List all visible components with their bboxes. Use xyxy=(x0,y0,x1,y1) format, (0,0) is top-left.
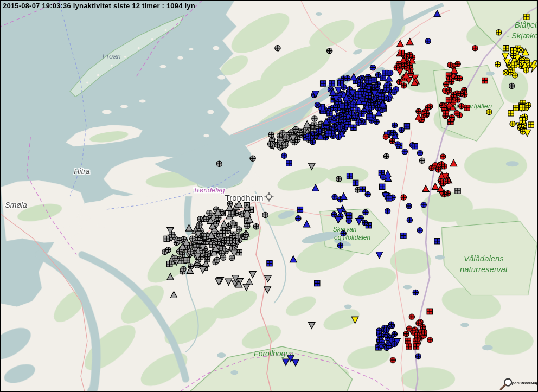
lightning-marker xyxy=(464,105,470,111)
lightning-marker xyxy=(510,53,516,59)
lightning-marker xyxy=(528,122,534,127)
lightning-marker xyxy=(518,47,523,53)
lightning-marker xyxy=(406,326,412,331)
map-label: Blåfjella xyxy=(515,20,537,29)
lightning-marker xyxy=(345,122,351,127)
lightning-marker xyxy=(388,322,394,327)
lightning-marker xyxy=(386,343,392,348)
lightning-marker xyxy=(386,97,392,102)
lightning-marker xyxy=(337,243,343,248)
lightning-marker xyxy=(406,344,412,349)
lightning-marker xyxy=(277,137,283,143)
lightning-marker xyxy=(395,142,400,147)
lightning-marker xyxy=(172,255,177,261)
lightning-marker xyxy=(402,149,407,155)
lightning-marker xyxy=(368,100,374,105)
lightning-marker xyxy=(225,228,230,233)
lightning-marker xyxy=(188,249,193,254)
lightning-marker xyxy=(347,173,352,179)
lightning-marker xyxy=(295,137,300,142)
lightning-marker xyxy=(412,143,418,149)
lightning-marker xyxy=(377,337,382,343)
lightning-marker xyxy=(390,357,395,363)
lightning-marker xyxy=(406,203,412,209)
lightning-marker xyxy=(380,184,385,189)
lightning-marker xyxy=(421,329,427,335)
lightning-marker xyxy=(165,247,171,253)
lightning-marker xyxy=(267,260,272,266)
lightning-marker xyxy=(228,211,234,217)
lightning-marker xyxy=(404,331,409,337)
map-canvas[interactable]: FroanHitraSmølaTrondheimTrøndelagSkarvan… xyxy=(1,1,537,391)
lightning-marker xyxy=(204,254,210,260)
lightning-marker xyxy=(227,238,232,243)
lightning-marker xyxy=(401,83,407,88)
lightning-marker xyxy=(495,61,501,67)
lightning-marker xyxy=(390,130,396,135)
lightning-marker xyxy=(383,134,388,139)
lightning-marker xyxy=(332,194,337,200)
lightning-marker xyxy=(267,141,273,146)
lightning-marker xyxy=(341,113,347,119)
map-title: 2015-08-07 19:03:36 lynaktivitet siste 1… xyxy=(3,2,195,10)
lightning-marker xyxy=(374,119,379,125)
lightning-marker xyxy=(392,341,397,346)
lightning-marker xyxy=(283,143,288,148)
lightning-marker xyxy=(416,108,421,114)
lightning-marker xyxy=(286,160,292,166)
map-label: Hitra xyxy=(74,167,90,176)
lightning-marker xyxy=(421,202,426,208)
lightning-marker xyxy=(394,65,399,70)
lightning-marker xyxy=(454,75,460,81)
map-label: Trøndelag xyxy=(193,186,225,194)
lightning-marker xyxy=(451,92,456,97)
lightning-marker xyxy=(383,327,389,332)
lightning-marker xyxy=(345,75,350,81)
lightning-marker xyxy=(164,236,169,241)
lightning-marker xyxy=(520,118,525,123)
lightning-marker xyxy=(486,109,492,114)
lightning-marker xyxy=(427,337,432,343)
lightning-marker xyxy=(281,153,287,158)
lightning-marker xyxy=(315,102,320,107)
lightning-marker xyxy=(331,105,336,110)
lightning-marker xyxy=(508,111,514,116)
lightning-marker xyxy=(444,81,449,87)
lightning-marker xyxy=(329,81,335,86)
lightning-marker xyxy=(321,81,326,86)
lightning-marker xyxy=(404,124,409,129)
lightning-marker xyxy=(414,332,420,338)
lightning-marker xyxy=(337,124,343,130)
lightning-marker xyxy=(296,216,301,221)
lightning-marker xyxy=(327,48,332,54)
lightning-marker xyxy=(221,237,227,243)
lightning-marker xyxy=(401,63,407,69)
lightning-marker xyxy=(458,91,463,96)
lightning-marker xyxy=(520,104,525,110)
lightning-marker xyxy=(207,210,212,216)
lightning-marker xyxy=(407,63,412,68)
lightning-marker xyxy=(523,67,529,73)
lightning-marker xyxy=(370,65,375,70)
lightning-marker xyxy=(503,70,508,75)
lightning-marker xyxy=(215,239,220,245)
lightning-marker xyxy=(347,213,352,218)
map-label: og Roltdalen xyxy=(334,234,370,241)
lightning-marker xyxy=(496,30,502,35)
lightning-marker xyxy=(366,78,372,83)
lightning-marker xyxy=(379,94,384,99)
lightning-marker xyxy=(365,191,370,197)
lightning-marker xyxy=(357,80,363,85)
lightning-marker xyxy=(356,92,361,97)
lightning-marker xyxy=(356,120,361,125)
lightning-marker xyxy=(399,127,404,133)
lightning-marker xyxy=(351,125,356,130)
lightning-marker xyxy=(355,107,360,113)
lightning-marker xyxy=(233,238,238,243)
lightning-marker xyxy=(243,232,248,237)
lightning-marker xyxy=(387,70,393,75)
lightning-marker xyxy=(441,105,446,110)
lightning-marker xyxy=(337,80,343,86)
lightning-marker xyxy=(440,181,446,186)
lightning-marker xyxy=(447,62,453,67)
